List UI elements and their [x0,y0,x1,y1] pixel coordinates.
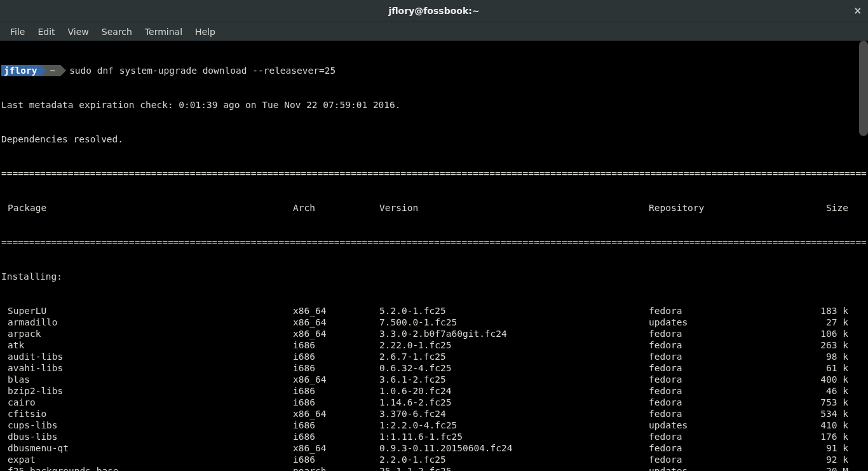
pkg-name: dbus-libs [1,431,293,442]
pkg-arch: i686 [293,351,379,362]
menu-file[interactable]: File [4,24,31,40]
pkg-repo: fedora [649,431,776,442]
pkg-size: 534 k [776,408,856,420]
pkg-size: 61 k [776,362,856,374]
pkg-repo: fedora [649,408,776,420]
menubar: File Edit View Search Terminal Help [0,22,868,41]
pkg-name: avahi-libs [1,362,293,374]
prompt-user: jflory [1,65,41,76]
pkg-size: 176 k [776,431,856,442]
pkg-name: blas [1,374,293,385]
pkg-repo: updates [649,465,776,471]
pkg-repo: fedora [649,351,776,362]
pkg-name: bzip2-libs [1,385,293,397]
pkg-arch: x86_64 [293,328,379,339]
separator-mid: ========================================… [1,236,867,248]
pkg-repo: updates [649,317,776,328]
pkg-arch: x86_64 [293,374,379,385]
pkg-size: 410 k [776,420,856,431]
pkg-name: cairo [1,397,293,408]
menu-view[interactable]: View [62,24,95,40]
menu-help[interactable]: Help [189,24,222,40]
pkg-name: armadillo [1,317,293,328]
header-repository: Repository [649,202,776,214]
pkg-version: 1.0.6-20.fc24 [379,385,649,397]
pkg-repo: fedora [649,385,776,397]
pkg-name: audit-libs [1,351,293,362]
terminal-output[interactable]: jflory ~ sudo dnf system-upgrade downloa… [0,41,868,471]
table-row: SuperLUx86_645.2.0-1.fc25fedora183 k [1,305,867,317]
menu-edit[interactable]: Edit [31,24,61,40]
pkg-repo: fedora [649,328,776,339]
pkg-name: atk [1,339,293,351]
header-size: Size [776,202,856,214]
pkg-version: 1.14.6-2.fc25 [379,397,649,408]
pkg-size: 20 M [776,465,856,471]
pkg-version: 2.22.0-1.fc25 [379,339,649,351]
table-row: expati6862.2.0-1.fc25fedora92 k [1,454,867,465]
window-title: jflory@fossbook:~ [388,5,479,17]
table-row: f25-backgrounds-basenoarch25.1.1-2.fc25u… [1,465,867,471]
menu-terminal[interactable]: Terminal [139,24,189,40]
pkg-version: 1:1.11.6-1.fc25 [379,431,649,442]
pkg-arch: i686 [293,454,379,465]
pkg-arch: i686 [293,420,379,431]
pkg-arch: i686 [293,431,379,442]
table-row: cairoi6861.14.6-2.fc25fedora753 k [1,397,867,408]
table-row: audit-libsi6862.6.7-1.fc25fedora98 k [1,351,867,362]
header-arch: Arch [293,202,379,214]
table-row: cfitsiox86_643.370-6.fc24fedora534 k [1,408,867,420]
installing-label: Installing: [1,271,867,282]
pkg-name: cups-libs [1,420,293,431]
pkg-version: 3.6.1-2.fc25 [379,374,649,385]
pkg-version: 1:2.2.0-4.fc25 [379,420,649,431]
header-package: Package [1,202,293,214]
output-metadata: Last metadata expiration check: 0:01:39 … [1,99,867,111]
pkg-size: 98 k [776,351,856,362]
pkg-size: 400 k [776,374,856,385]
header-version: Version [379,202,649,214]
pkg-version: 3.3.0-2.b0f7a60git.fc24 [379,328,649,339]
pkg-name: expat [1,454,293,465]
pkg-repo: fedora [649,454,776,465]
pkg-repo: updates [649,420,776,431]
pkg-name: SuperLU [1,305,293,317]
pkg-version: 5.2.0-1.fc25 [379,305,649,317]
pkg-version: 2.2.0-1.fc25 [379,454,649,465]
pkg-arch: x86_64 [293,442,379,454]
pkg-name: arpack [1,328,293,339]
pkg-repo: fedora [649,305,776,317]
close-icon[interactable]: × [853,5,862,17]
table-row: armadillox86_647.500.0-1.fc25updates27 k [1,317,867,328]
pkg-arch: x86_64 [293,408,379,420]
pkg-version: 3.370-6.fc24 [379,408,649,420]
pkg-version: 0.9.3-0.11.20150604.fc24 [379,442,649,454]
pkg-size: 753 k [776,397,856,408]
pkg-repo: fedora [649,442,776,454]
pkg-size: 263 k [776,339,856,351]
pkg-arch: i686 [293,397,379,408]
window-titlebar: jflory@fossbook:~ × [0,0,868,22]
table-header: Package Arch Version Repository Size [1,202,867,214]
pkg-arch: x86_64 [293,305,379,317]
pkg-repo: fedora [649,374,776,385]
pkg-arch: x86_64 [293,317,379,328]
table-row: dbus-libsi6861:1.11.6-1.fc25fedora176 k [1,431,867,442]
pkg-repo: fedora [649,397,776,408]
pkg-version: 7.500.0-1.fc25 [379,317,649,328]
table-row: cups-libsi6861:2.2.0-4.fc25updates410 k [1,420,867,431]
pkg-size: 27 k [776,317,856,328]
pkg-arch: i686 [293,385,379,397]
pkg-version: 25.1.1-2.fc25 [379,465,649,471]
separator-top: ========================================… [1,168,867,179]
table-row: bzip2-libsi6861.0.6-20.fc24fedora46 k [1,385,867,397]
pkg-repo: fedora [649,339,776,351]
pkg-size: 183 k [776,305,856,317]
pkg-name: f25-backgrounds-base [1,465,293,471]
table-row: dbusmenu-qtx86_640.9.3-0.11.20150604.fc2… [1,442,867,454]
table-row: arpackx86_643.3.0-2.b0f7a60git.fc24fedor… [1,328,867,339]
pkg-version: 2.6.7-1.fc25 [379,351,649,362]
scrollbar-thumb[interactable] [859,41,868,136]
menu-search[interactable]: Search [95,24,139,40]
table-row: avahi-libsi6860.6.32-4.fc25fedora61 k [1,362,867,374]
